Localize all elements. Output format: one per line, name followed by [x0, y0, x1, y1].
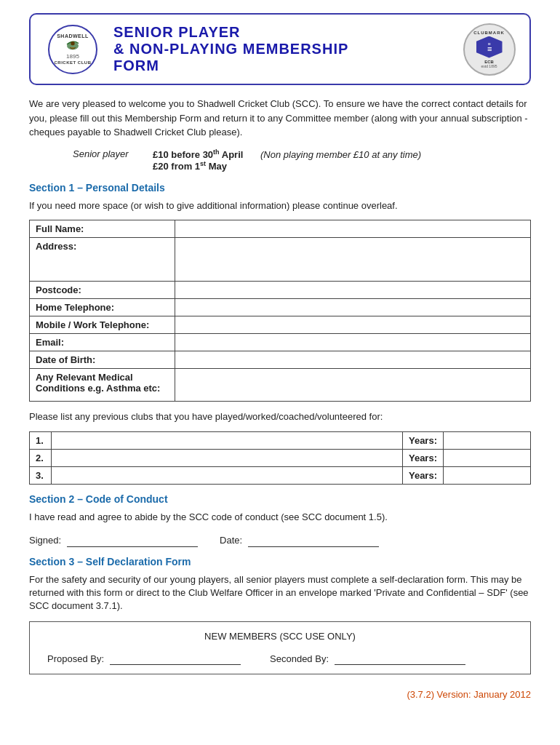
club-num-3: 3.: [30, 466, 52, 484]
signed-group: Signed:: [29, 534, 198, 547]
clubs-text: Please list any previous clubs that you …: [29, 410, 531, 423]
field-value-dob[interactable]: [175, 351, 531, 369]
table-row: 3. Years:: [30, 466, 531, 484]
field-value-fullname[interactable]: [175, 220, 531, 238]
signed-field[interactable]: [67, 534, 198, 547]
intro-paragraph: We are very pleased to welcome you to Sh…: [29, 97, 531, 140]
personal-details-table: Full Name: Address: Postcode: Home Telep…: [29, 220, 531, 402]
club-name-2[interactable]: [52, 449, 403, 466]
table-row: Mobile / Work Telephone:: [30, 316, 531, 334]
section1-subtext: If you need more space (or wish to give …: [29, 199, 531, 212]
table-row: Address:: [30, 238, 531, 282]
clubmark-since-text: estd 1895: [481, 64, 497, 68]
cricket-club-logo: SHADWELL 1895 CRICKET CLUB: [48, 25, 97, 74]
years-label-3: Years:: [402, 466, 443, 484]
field-value-home-tel[interactable]: [175, 299, 531, 316]
field-value-address[interactable]: [175, 238, 531, 282]
seconded-field[interactable]: [335, 652, 465, 665]
section3-text: For the safety and security of our young…: [29, 573, 531, 613]
pricing-row: Senior player £10 before 30th April (Non…: [73, 148, 531, 172]
signed-label: Signed:: [29, 535, 61, 546]
logo-year: 1895: [66, 53, 79, 60]
field-label-fullname: Full Name:: [30, 220, 175, 238]
table-row: Email:: [30, 334, 531, 351]
seconded-label: Seconded By:: [270, 653, 329, 664]
section1-header: Section 1 – Personal Details: [29, 182, 531, 194]
years-value-2[interactable]: [444, 449, 531, 466]
header-title: SENIOR PLAYER & NON-PLAYING MEMBERSHIP F…: [113, 24, 450, 74]
field-value-mobile-tel[interactable]: [175, 316, 531, 334]
table-row: Postcode:: [30, 282, 531, 299]
date-field[interactable]: [248, 534, 379, 547]
version-text: (3.7.2) Version: January 2012: [407, 689, 531, 700]
field-label-postcode: Postcode:: [30, 282, 175, 299]
field-value-postcode[interactable]: [175, 282, 531, 299]
title-line3: FORM: [113, 57, 450, 74]
field-value-medical[interactable]: [175, 369, 531, 402]
club-name-1[interactable]: [52, 431, 403, 449]
logo-bird-icon: [62, 39, 84, 53]
pricing-line2: £20 from 1st May: [153, 160, 421, 172]
logo-bottom-text: CRICKET CLUB: [55, 60, 92, 65]
version-row: (3.7.2) Version: January 2012: [29, 689, 531, 700]
club-num-2: 2.: [30, 449, 52, 466]
field-value-email[interactable]: [175, 334, 531, 351]
title-line1: SENIOR PLAYER: [113, 24, 450, 41]
pricing-note: (Non playing member £10 at any time): [260, 149, 421, 160]
table-row: Home Telephone:: [30, 299, 531, 316]
club-num-1: 1.: [30, 431, 52, 449]
previous-clubs-table: 1. Years: 2. Years: 3. Years:: [29, 431, 531, 485]
page: SHADWELL 1895 CRICKET CLUB SENIOR PLAYER…: [0, 0, 560, 745]
clubmark-logo: CLUBMARK ≡☰ ECB estd 1895: [463, 23, 516, 76]
table-row: Date of Birth:: [30, 351, 531, 369]
field-label-address: Address:: [30, 238, 175, 282]
years-value-1[interactable]: [444, 431, 531, 449]
clubmark-inner-text: ≡☰: [487, 41, 492, 52]
field-label-email: Email:: [30, 334, 175, 351]
logo-top-text: SHADWELL: [57, 33, 89, 39]
date-label: Date:: [220, 535, 242, 546]
field-label-medical: Any Relevant MedicalConditions e.g. Asth…: [30, 369, 175, 402]
new-members-box: NEW MEMBERS (SCC USE ONLY) Proposed By: …: [29, 621, 531, 674]
proposed-field[interactable]: [110, 652, 241, 665]
table-row: 2. Years:: [30, 449, 531, 466]
new-members-fields: Proposed By: Seconded By:: [41, 652, 519, 665]
header-box: SHADWELL 1895 CRICKET CLUB SENIOR PLAYER…: [29, 13, 531, 85]
right-logo: CLUBMARK ≡☰ ECB estd 1895: [462, 22, 516, 76]
proposed-group: Proposed By:: [47, 652, 241, 665]
pricing-line1: £10 before 30th April (Non playing membe…: [153, 148, 421, 160]
clubmark-top-text: CLUBMARK: [473, 31, 505, 35]
section2-text: I have read and agree to abide by the SC…: [29, 511, 531, 524]
years-value-3[interactable]: [444, 466, 531, 484]
left-logo: SHADWELL 1895 CRICKET CLUB: [44, 24, 102, 75]
table-row: 1. Years:: [30, 431, 531, 449]
field-label-mobile-tel: Mobile / Work Telephone:: [30, 316, 175, 334]
years-label-1: Years:: [402, 431, 443, 449]
svg-point-1: [71, 41, 74, 45]
section3-header: Section 3 – Self Declaration Form: [29, 556, 531, 567]
seconded-group: Seconded By:: [270, 652, 465, 665]
club-name-3[interactable]: [52, 466, 403, 484]
table-row: Full Name:: [30, 220, 531, 238]
clubmark-badge: ≡☰: [476, 36, 503, 58]
date-group: Date:: [220, 534, 379, 547]
section2-header: Section 2 – Code of Conduct: [29, 493, 531, 505]
pricing-values: £10 before 30th April (Non playing membe…: [153, 148, 421, 172]
pricing-label: Senior player: [73, 148, 153, 159]
field-label-home-tel: Home Telephone:: [30, 299, 175, 316]
new-members-title: NEW MEMBERS (SCC USE ONLY): [41, 631, 519, 642]
years-label-2: Years:: [402, 449, 443, 466]
proposed-label: Proposed By:: [47, 653, 104, 664]
field-label-dob: Date of Birth:: [30, 351, 175, 369]
signed-date-row: Signed: Date:: [29, 534, 531, 547]
title-line2: & NON-PLAYING MEMBERSHIP: [113, 41, 450, 57]
table-row: Any Relevant MedicalConditions e.g. Asth…: [30, 369, 531, 402]
